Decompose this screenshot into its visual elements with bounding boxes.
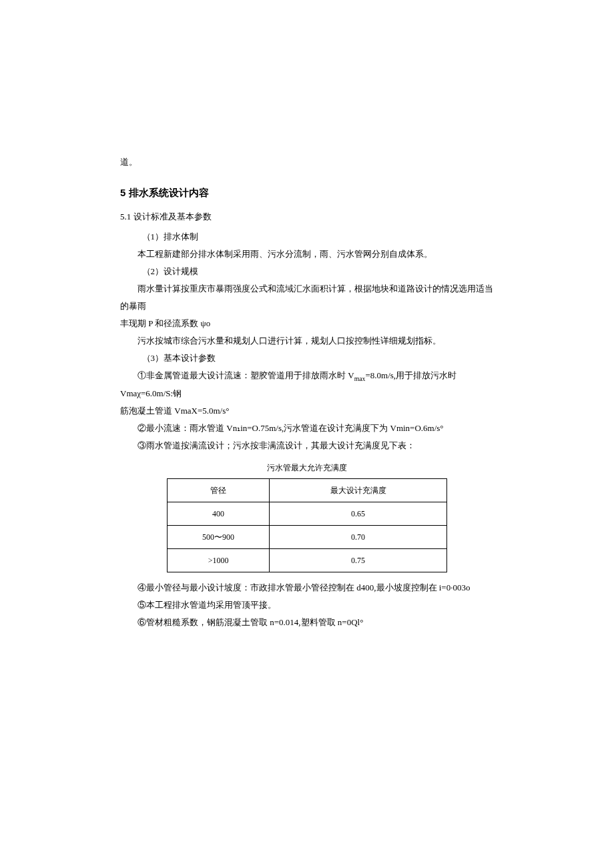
cell-fill: 0.65 (270, 502, 447, 526)
item-3-line-5: ⑤本工程排水管道均采用管顶平接。 (120, 596, 494, 614)
table-title: 污水管最大允许充满度 (120, 460, 494, 476)
item-2-body-line-2: 丰现期 P 和径流系数 ψo (120, 315, 494, 332)
item-3-line-1a: ①非金属管道最大设计流速：塑胶管道用于排放雨水时 Vmax=8.0m/s,用于排… (120, 367, 494, 402)
table-row: >1000 0.75 (168, 549, 447, 572)
item-3-label: （3）基本设计参数 (120, 350, 494, 367)
item-3-line-1b: 筋泡凝土管道 VmaX=5.0m/s° (120, 402, 494, 420)
item-3-line-3: ③雨水管道按满流设计；污水按非满流设计，其最大设计充满度见下表： (120, 437, 494, 454)
cell-diameter: >1000 (168, 549, 270, 572)
cell-fill: 0.75 (270, 549, 447, 572)
cell-diameter: 500〜900 (168, 526, 270, 549)
subsection-heading-5-1: 5.1 设计标准及基本参数 (120, 208, 494, 226)
item-2-body-line-3: 污水按城市综合污水量和规划人口进行计算，规划人口按控制性详细规划指标。 (120, 332, 494, 350)
item-3-line-2: ②最小流速：雨水管道 Vn₁in=O.75m/s,污水管道在设计充满度下为 Vm… (120, 420, 494, 437)
item-1-label: （1）排水体制 (120, 228, 494, 246)
fill-ratio-table: 管径 最大设计充满度 400 0.65 500〜900 0.70 >1000 0… (167, 478, 447, 572)
item-3-line-4: ④最小管径与最小设计坡度：市政排水管最小管径控制在 d400,最小坡度控制在 i… (120, 579, 494, 596)
col-header-fill: 最大设计充满度 (270, 479, 447, 502)
table-row: 500〜900 0.70 (168, 526, 447, 549)
cell-fill: 0.70 (270, 526, 447, 549)
cell-diameter: 400 (168, 502, 270, 526)
item-1-body: 本工程新建部分排水体制采用雨、污水分流制，雨、污水管网分别自成体系。 (120, 246, 494, 263)
document-page: 道。 5 排水系统设计内容 5.1 设计标准及基本参数 （1）排水体制 本工程新… (0, 0, 614, 631)
table-header-row: 管径 最大设计充满度 (168, 479, 447, 502)
item-2-body-line-1: 雨水量计算按重庆市暴雨强度公式和流域汇水面积计算，根据地块和道路设计的情况选用适… (120, 280, 494, 315)
item-3-line-6: ⑥管材粗糙系数，钢筋混凝土管取 n=0.014,塑料管取 n=0Ql° (120, 614, 494, 631)
table-row: 400 0.65 (168, 502, 447, 526)
section-heading-5: 5 排水系统设计内容 (120, 183, 494, 203)
subscript-max: max (354, 375, 366, 382)
continuation-fragment: 道。 (120, 153, 494, 171)
col-header-diameter: 管径 (168, 479, 270, 502)
item-2-label: （2）设计规模 (120, 263, 494, 280)
text-span: ①非金属管道最大设计流速：塑胶管道用于排放雨水时 V (137, 370, 354, 380)
